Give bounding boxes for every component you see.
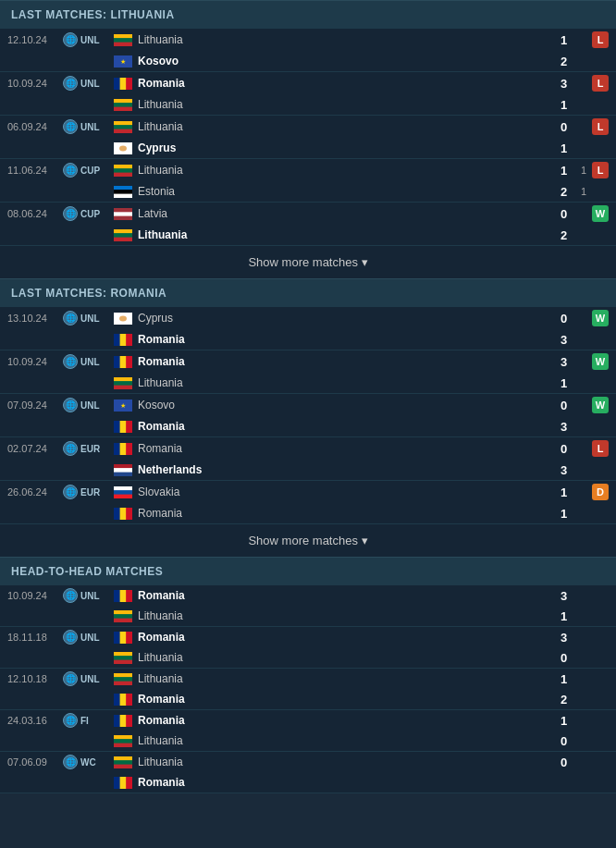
team-name: Romania	[138, 714, 552, 727]
match-row: Estonia21	[0, 181, 616, 202]
competition-label: 🌐WC	[63, 755, 114, 769]
team-name: Kosovo	[138, 55, 552, 68]
competition-code: WC	[80, 757, 96, 768]
competition-code: UNL	[80, 591, 100, 601]
team-name: Lithuania	[138, 734, 552, 747]
competition-icon: 🌐	[63, 206, 78, 221]
svg-rect-37	[114, 385, 132, 388]
team-flag	[114, 121, 132, 133]
team-name-text: Lithuania	[138, 651, 183, 664]
section-header-last-matches-romania: LAST MATCHES: ROMANIA	[0, 278, 616, 307]
competition-label: 🌐EUR	[63, 441, 114, 456]
show-more-button[interactable]: Show more matches ▾	[0, 246, 616, 278]
svg-rect-7	[126, 78, 132, 90]
match-score: 0	[552, 120, 575, 134]
result-badge: L	[592, 440, 609, 457]
team-flag	[114, 694, 132, 706]
svg-rect-23	[114, 212, 132, 215]
competition-label: 🌐UNL	[63, 119, 114, 134]
svg-rect-57	[126, 590, 132, 602]
competition-icon: 🌐	[63, 588, 78, 603]
match-score: 2	[552, 185, 575, 199]
team-name: Cyprus	[138, 312, 552, 325]
result-badge: W	[592, 353, 609, 370]
team-flag	[114, 377, 132, 389]
match-score: 1	[552, 33, 575, 47]
show-more-button[interactable]: Show more matches ▾	[0, 524, 616, 557]
competition-icon: 🌐	[63, 441, 78, 456]
show-more-label: Show more matches ▾	[248, 534, 367, 547]
svg-rect-77	[114, 739, 132, 743]
competition-code: UNL	[80, 35, 100, 45]
match-score: 2	[552, 228, 575, 242]
team-flag	[114, 632, 132, 644]
match-score: 0	[552, 651, 575, 665]
svg-rect-58	[114, 610, 132, 614]
competition-icon: 🌐	[63, 119, 78, 134]
competition-label: 🌐EUR	[63, 485, 114, 499]
svg-rect-67	[114, 673, 132, 677]
team-name-text: Lithuania	[138, 98, 183, 111]
svg-point-15	[119, 145, 127, 151]
svg-rect-1	[114, 38, 132, 42]
competition-code: UNL	[80, 400, 100, 411]
team-name-text: Lithuania	[138, 228, 187, 241]
match-row: 08.06.24🌐CUPLatvia0W	[0, 203, 616, 225]
team-flag: ★	[114, 55, 132, 68]
team-name-text: Romania	[138, 507, 182, 520]
match-agg-score: 1	[575, 186, 592, 197]
show-more-label: Show more matches ▾	[248, 255, 367, 269]
match-row: Romania3	[0, 329, 616, 350]
team-flag	[114, 443, 132, 455]
match-pair: 12.10.18🌐UNLLithuania1Romania2	[0, 669, 616, 710]
svg-rect-26	[114, 237, 132, 240]
team-name-text: Romania	[138, 77, 185, 90]
team-name: Romania	[138, 333, 552, 346]
competition-label: 🌐UNL	[63, 398, 114, 412]
competition-label: 🌐UNL	[63, 630, 114, 645]
team-name: Romania	[138, 693, 552, 706]
result-badge: W	[592, 205, 609, 222]
match-row: Romania	[0, 772, 616, 793]
svg-rect-74	[120, 715, 127, 727]
team-flag	[114, 610, 132, 622]
match-score: 1	[552, 164, 575, 178]
match-score: 0	[552, 207, 575, 221]
svg-rect-47	[114, 468, 132, 472]
team-name: Lithuania	[138, 651, 552, 664]
competition-label: 🌐UNL	[63, 671, 114, 686]
team-name: Romania	[138, 420, 552, 433]
svg-rect-52	[114, 508, 120, 520]
team-name-text: Lithuania	[138, 672, 183, 685]
match-score: 0	[552, 312, 575, 326]
team-name-text: Romania	[138, 442, 182, 455]
team-flag	[114, 777, 132, 789]
team-name-text: Lithuania	[138, 609, 183, 622]
match-pair: 07.09.24🌐UNL★Kosovo0WRomania3	[0, 394, 616, 437]
competition-icon: 🌐	[63, 354, 78, 369]
svg-rect-51	[114, 494, 132, 498]
svg-text:★: ★	[120, 58, 126, 65]
team-name: Romania	[138, 776, 552, 789]
match-pair: 24.03.16🌐FIRomania1Lithuania0	[0, 710, 616, 752]
result-badge: L	[592, 162, 609, 178]
svg-rect-16	[114, 165, 132, 168]
competition-label: 🌐CUP	[63, 163, 114, 178]
team-name-text: Slovakia	[138, 485, 179, 498]
team-flag	[114, 356, 132, 368]
svg-rect-46	[114, 464, 132, 468]
svg-rect-45	[126, 443, 132, 455]
match-group-head-to-head: 10.09.24🌐UNLRomania3Lithuania118.11.18🌐U…	[0, 585, 616, 793]
team-name: Romania	[138, 507, 552, 520]
competition-code: UNL	[80, 79, 100, 89]
team-flag	[114, 313, 132, 325]
match-score: 1	[552, 98, 575, 112]
svg-rect-34	[126, 356, 132, 368]
team-name: Lithuania	[138, 609, 552, 622]
competition-code: UNL	[80, 633, 100, 643]
team-flag	[114, 165, 132, 177]
svg-rect-35	[114, 377, 132, 381]
team-name: Lithuania	[138, 120, 552, 133]
match-score: 2	[552, 693, 575, 707]
match-row: 10.09.24🌐UNLRomania3W	[0, 350, 616, 373]
